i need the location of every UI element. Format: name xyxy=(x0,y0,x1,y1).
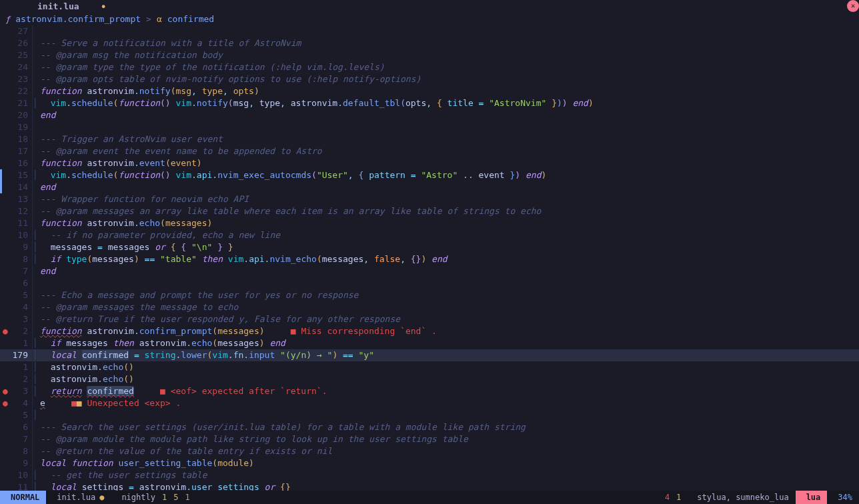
diagnostic-error-sign: ● xyxy=(0,397,11,409)
statusline-percent: 34% xyxy=(827,491,859,504)
modified-icon: ● xyxy=(99,491,104,503)
breadcrumb-var-icon: α xyxy=(157,13,162,25)
tab-filename: init.lua xyxy=(37,1,79,13)
diagnostic-error-sign: ● xyxy=(0,325,11,337)
close-icon[interactable]: ✕ xyxy=(847,0,859,12)
statusline-filetype: lua xyxy=(796,491,828,504)
statusline-diagnostics: 4 1 xyxy=(660,491,686,503)
statusline-file: init.lua ● xyxy=(46,491,111,503)
diagnostic-error-sign: ● xyxy=(0,385,11,397)
tab-bar: init.lua ● ✕ xyxy=(0,0,859,13)
breadcrumb-field[interactable]: confirmed xyxy=(167,13,214,25)
breadcrumb-sep: > xyxy=(146,13,151,25)
diagnostic-inline: <eof> expected after `return`. xyxy=(171,386,327,396)
tab-modified-indicator: ● xyxy=(102,1,105,13)
diagnostic-inline: Unexpected <exp> . xyxy=(87,398,181,408)
cursor-line[interactable]: 179│ local confirmed = string.lower(vim.… xyxy=(0,349,859,361)
diagnostic-inline: Miss corresponding `end` . xyxy=(301,326,437,336)
tab-active[interactable]: init.lua ● xyxy=(27,1,111,13)
breadcrumb: ƒ astronvim.confirm_prompt > α confirmed xyxy=(0,13,859,25)
statusline-git: nightly 1 5 1 xyxy=(111,491,196,503)
editor-area[interactable]: 27 26--- Serve a notification with a tit… xyxy=(0,25,859,491)
function-icon: ƒ xyxy=(5,13,10,25)
mode-indicator: NORMAL xyxy=(0,491,46,504)
breadcrumb-path[interactable]: astronvim.confirm_prompt xyxy=(15,13,141,25)
statusline: NORMAL init.lua ● nightly 1 5 1 4 1 styl… xyxy=(0,491,859,504)
statusline-lsp: stylua, sumneko_lua xyxy=(686,491,795,503)
